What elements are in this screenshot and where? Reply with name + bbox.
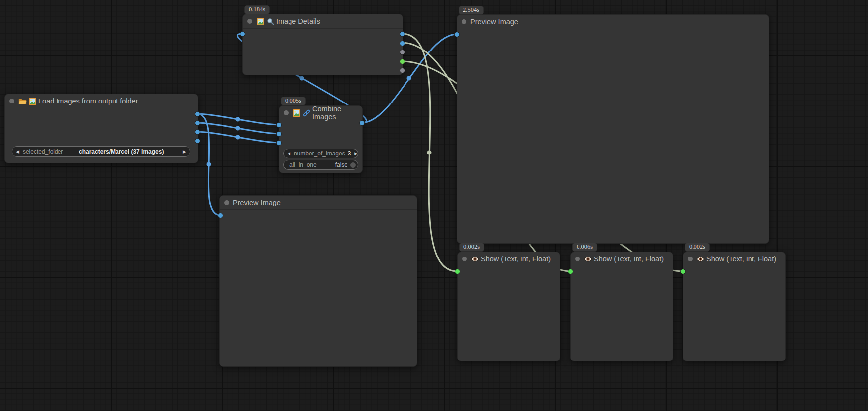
increment-arrow-icon[interactable]: ▶ (351, 151, 361, 156)
output-slot-images-resolution-1[interactable] (195, 111, 200, 117)
node-title-text: Show (Text, Int, Float) (594, 255, 664, 263)
header-divider (279, 120, 362, 120)
output-slot-image[interactable] (359, 120, 365, 126)
output-slot-images-resolution-2[interactable] (195, 120, 200, 126)
node-image-details-header[interactable]: Image Details (243, 14, 403, 28)
collapse-dot[interactable] (462, 257, 467, 261)
input-slot-images-small[interactable] (218, 213, 223, 218)
eye-icon (471, 256, 479, 263)
link-icon (302, 109, 311, 117)
exec-time-badge: 0.002s (459, 243, 484, 252)
all-in-one-value: false (335, 161, 347, 168)
input-slot-text_int_float[interactable] (680, 269, 686, 274)
output-slot-height[interactable] (400, 41, 405, 46)
node-preview-large-header[interactable]: Preview Image (457, 15, 769, 29)
collapse-dot[interactable] (284, 110, 289, 115)
input-slot-image_3[interactable] (276, 140, 282, 146)
node-combine-images-header[interactable]: Combine Images (279, 106, 362, 120)
eye-icon (584, 256, 592, 263)
node-title-text: Image Details (276, 17, 320, 25)
node-show-header[interactable]: Show (Text, Int, Float) (571, 252, 673, 266)
node-show-text-int-float-2[interactable]: Show (Text, Int, Float) (570, 252, 673, 361)
all-in-one-toggle[interactable]: all_in_one false (283, 160, 358, 170)
collapse-dot[interactable] (688, 257, 693, 261)
node-preview-image-small[interactable]: Preview Image (219, 195, 417, 367)
output-slot-orientation[interactable] (400, 59, 405, 64)
selected-folder-widget[interactable]: ◀ selected_folder characters/Marcel (37 … (12, 146, 190, 157)
node-title-text: Show (Text, Int, Float) (706, 255, 776, 263)
node-preview-image-large[interactable]: Preview Image (457, 14, 769, 244)
exec-time-badge: 0.005s (281, 97, 306, 105)
header-divider (571, 266, 673, 266)
collapse-dot[interactable] (575, 257, 580, 261)
header-divider (220, 209, 417, 210)
node-preview-small-header[interactable]: Preview Image (220, 196, 417, 209)
collapse-dot[interactable] (224, 200, 229, 205)
output-slot-images-resolution-4[interactable] (195, 138, 200, 144)
node-title-text: Preview Image (233, 199, 281, 206)
input-slot-images-large[interactable] (454, 32, 460, 37)
output-slot-width[interactable] (400, 31, 405, 37)
widget-label: selected_folder (23, 148, 63, 155)
input-slot-image_2[interactable] (276, 131, 282, 137)
image-icon (256, 18, 265, 25)
collapse-dot[interactable] (247, 19, 252, 24)
exec-time-badge: 0.006s (572, 243, 597, 252)
input-slot-text_int_float[interactable] (568, 269, 573, 274)
exec-time-badge: 2.504s (459, 6, 484, 15)
image-icon (28, 98, 37, 105)
widget-label: all_in_one (289, 161, 317, 168)
image-icon (292, 109, 301, 117)
comfyui-node-canvas[interactable]: Load Images from output folder ◀ selecte… (0, 0, 868, 411)
node-show-text-int-float-3[interactable]: Show (Text, Int, Float) (683, 252, 786, 361)
header-divider (243, 28, 403, 29)
node-image-details[interactable]: Image Details (242, 14, 403, 75)
collapse-dot[interactable] (462, 19, 466, 24)
input-slot-image_input[interactable] (240, 31, 245, 37)
header-divider (457, 29, 769, 29)
selected-folder-value: characters/Marcel (37 images) (79, 148, 164, 155)
node-show-text-int-float-1[interactable]: Show (Text, Int, Float) (457, 252, 560, 361)
output-slot-all[interactable] (400, 68, 405, 73)
magnifier-icon (266, 18, 275, 25)
header-divider (5, 108, 198, 108)
node-load-images[interactable]: Load Images from output folder ◀ selecte… (4, 94, 198, 163)
decrement-arrow-icon[interactable]: ◀ (12, 149, 23, 154)
node-combine-images[interactable]: Combine Images ◀ number_of_images 3 ▶ al… (279, 105, 363, 173)
collapse-dot[interactable] (9, 99, 14, 103)
header-divider (683, 266, 785, 266)
output-slot-has_transparency[interactable] (400, 50, 405, 55)
decrement-arrow-icon[interactable]: ◀ (284, 151, 294, 156)
eye-icon (696, 256, 705, 263)
exec-time-badge: 0.184s (244, 5, 270, 14)
node-title-text: Combine Images (312, 105, 362, 121)
node-show-header[interactable]: Show (Text, Int, Float) (458, 252, 560, 266)
folder-icon (18, 98, 27, 105)
node-show-header[interactable]: Show (Text, Int, Float) (683, 252, 785, 266)
toggle-knob[interactable] (350, 162, 356, 168)
widget-label: number_of_images (294, 150, 345, 157)
number-of-images-widget[interactable]: ◀ number_of_images 3 ▶ (283, 149, 358, 158)
input-slot-text_int_float[interactable] (455, 269, 460, 274)
increment-arrow-icon[interactable]: ▶ (179, 149, 190, 154)
exec-time-badge: 0.002s (685, 243, 710, 252)
output-slot-images-resolution-3[interactable] (195, 129, 200, 135)
node-title-text: Load Images from output folder (38, 97, 138, 105)
node-title-text: Show (Text, Int, Float) (481, 255, 551, 263)
input-slot-image_1[interactable] (276, 122, 282, 128)
number-of-images-value: 3 (348, 150, 351, 157)
node-title-text: Preview Image (470, 18, 518, 26)
node-load-images-header[interactable]: Load Images from output folder (5, 94, 198, 108)
header-divider (458, 266, 560, 266)
